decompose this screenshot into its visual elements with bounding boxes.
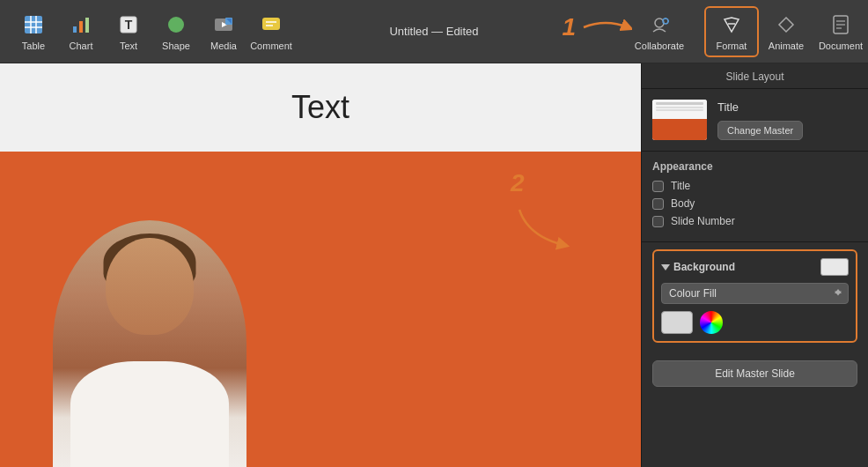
comment-icon bbox=[259, 12, 283, 37]
background-section: Background Colour Fill Gradient Fill Ima… bbox=[652, 249, 857, 343]
text-icon: T bbox=[116, 12, 141, 37]
background-color-swatch[interactable] bbox=[820, 258, 849, 276]
svg-rect-10 bbox=[168, 17, 184, 33]
table-tool[interactable]: Table bbox=[11, 6, 56, 57]
svg-rect-0 bbox=[25, 16, 42, 33]
svg-rect-14 bbox=[262, 18, 280, 30]
thumb-body-line bbox=[656, 107, 703, 108]
format-label: Format bbox=[717, 41, 747, 51]
slide-number-checkbox-label: Slide Number bbox=[671, 215, 735, 227]
format-icon bbox=[719, 12, 744, 37]
colour-fill-select[interactable]: Colour Fill Gradient Fill Image Fill No … bbox=[661, 283, 849, 304]
triangle-icon bbox=[661, 264, 670, 271]
table-label: Table bbox=[22, 41, 45, 51]
thumb-top bbox=[652, 100, 707, 119]
shape-tool[interactable]: Shape bbox=[153, 6, 199, 57]
slide-layout-info: Title Change Master bbox=[717, 100, 803, 140]
slide-thumbnail bbox=[652, 100, 707, 140]
comment-tool[interactable]: Comment bbox=[248, 6, 294, 57]
chart-label: Chart bbox=[70, 41, 93, 51]
media-tool[interactable]: Media bbox=[201, 6, 246, 57]
color-picker-row bbox=[661, 311, 849, 334]
collaborate-icon bbox=[647, 12, 672, 37]
chart-icon bbox=[69, 12, 93, 37]
shape-icon bbox=[164, 12, 188, 37]
document-icon bbox=[828, 12, 853, 37]
window-title: Untitled — Edited bbox=[389, 25, 478, 38]
background-label-row: Background bbox=[661, 261, 735, 273]
person-photo bbox=[53, 220, 246, 467]
appearance-section: Appearance Title Body Slide Number bbox=[642, 152, 868, 242]
svg-point-17 bbox=[655, 19, 664, 27]
title-checkbox-row: Title bbox=[652, 180, 857, 192]
annotation-1: 1 bbox=[562, 13, 632, 41]
main-area: Text 2 Slide Layout bbox=[0, 63, 868, 467]
slide-number-checkbox[interactable] bbox=[652, 216, 664, 227]
right-panel: Slide Layout Title Change Master Appeara… bbox=[641, 63, 868, 467]
document-tool[interactable]: Document bbox=[813, 6, 868, 57]
animate-icon bbox=[774, 12, 798, 37]
svg-rect-6 bbox=[79, 21, 83, 33]
table-icon bbox=[21, 12, 46, 37]
change-master-button[interactable]: Change Master bbox=[717, 121, 803, 140]
thumb-bottom bbox=[652, 119, 707, 140]
thumb-title-line bbox=[656, 102, 703, 105]
title-checkbox-label: Title bbox=[671, 180, 690, 192]
svg-rect-5 bbox=[73, 26, 77, 33]
media-icon bbox=[211, 12, 236, 37]
svg-rect-7 bbox=[85, 18, 89, 33]
collaborate-label: Collaborate bbox=[635, 41, 684, 51]
person-body bbox=[70, 361, 229, 467]
annotation-1-arrow bbox=[579, 14, 632, 41]
title-checkbox[interactable] bbox=[652, 181, 664, 192]
slide-number-checkbox-row: Slide Number bbox=[652, 215, 857, 227]
thumb-body-line2 bbox=[656, 109, 703, 111]
toolbar-left: Table Chart T Text bbox=[0, 6, 294, 57]
fill-select-wrapper: Colour Fill Gradient Fill Image Fill No … bbox=[661, 283, 849, 304]
comment-label: Comment bbox=[250, 41, 292, 51]
appearance-label: Appearance bbox=[652, 160, 857, 173]
person-head bbox=[106, 238, 194, 335]
background-header: Background bbox=[661, 258, 849, 276]
body-checkbox-label: Body bbox=[671, 197, 695, 210]
animate-tool[interactable]: Animate bbox=[759, 6, 813, 57]
shape-label: Shape bbox=[162, 41, 190, 51]
slide-bottom-section bbox=[0, 152, 641, 467]
format-tool[interactable]: Format bbox=[704, 6, 759, 57]
body-checkbox[interactable] bbox=[652, 198, 664, 210]
text-tool[interactable]: T Text bbox=[106, 6, 151, 57]
color-box[interactable] bbox=[661, 311, 693, 334]
collaborate-button[interactable]: Collaborate bbox=[632, 6, 687, 57]
text-label: Text bbox=[120, 41, 137, 51]
slide-top-section: Text bbox=[0, 63, 641, 152]
title-bar: Table Chart T Text bbox=[0, 0, 868, 63]
body-checkbox-row: Body bbox=[652, 197, 857, 210]
chart-tool[interactable]: Chart bbox=[58, 6, 104, 57]
media-label: Media bbox=[210, 41, 237, 51]
background-label: Background bbox=[673, 261, 735, 273]
animate-label: Animate bbox=[769, 41, 804, 51]
panel-header: Slide Layout bbox=[642, 63, 868, 89]
edit-master-button[interactable]: Edit Master Slide bbox=[652, 360, 857, 387]
color-wheel-button[interactable] bbox=[700, 311, 723, 334]
svg-text:T: T bbox=[125, 18, 133, 32]
slide-title: Text bbox=[291, 89, 349, 126]
layout-title: Title bbox=[717, 100, 803, 114]
document-label: Document bbox=[819, 41, 863, 51]
annotation-1-number: 1 bbox=[562, 13, 576, 41]
canvas-area[interactable]: Text 2 bbox=[0, 63, 641, 467]
slide-layout-section: Title Change Master bbox=[642, 89, 868, 152]
